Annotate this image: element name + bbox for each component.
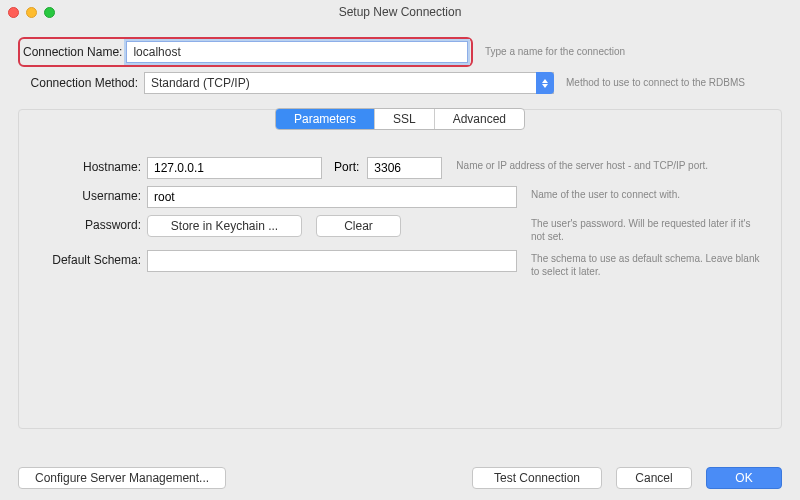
window-title: Setup New Connection — [0, 5, 800, 19]
store-keychain-button[interactable]: Store in Keychain ... — [147, 215, 302, 237]
password-label: Password: — [31, 215, 141, 232]
parameters-panel: Parameters SSL Advanced Hostname: Port: … — [18, 109, 782, 429]
connection-method-hint: Method to use to connect to the RDBMS — [560, 77, 782, 89]
connection-name-highlight: Connection Name: — [18, 37, 473, 67]
default-schema-input[interactable] — [147, 250, 517, 272]
tab-advanced[interactable]: Advanced — [435, 109, 524, 129]
port-label: Port: — [328, 157, 361, 174]
hostname-hint: Name or IP address of the server host - … — [448, 157, 763, 172]
hostname-label: Hostname: — [31, 157, 141, 174]
connection-method-label: Connection Method: — [18, 76, 138, 90]
clear-password-button[interactable]: Clear — [316, 215, 401, 237]
username-input[interactable] — [147, 186, 517, 208]
connection-method-wrap: Standard (TCP/IP) — [144, 72, 554, 94]
tab-ssl[interactable]: SSL — [375, 109, 435, 129]
default-schema-label: Default Schema: — [31, 250, 141, 267]
test-connection-button[interactable]: Test Connection — [472, 467, 602, 489]
connection-name-hint: Type a name for the connection — [479, 46, 782, 58]
configure-server-button[interactable]: Configure Server Management... — [18, 467, 226, 489]
password-hint: The user's password. Will be requested l… — [523, 215, 763, 243]
cancel-button[interactable]: Cancel — [616, 467, 692, 489]
title-bar: Setup New Connection — [0, 0, 800, 24]
connection-method-select[interactable]: Standard (TCP/IP) — [144, 72, 554, 94]
default-schema-hint: The schema to use as default schema. Lea… — [523, 250, 763, 278]
port-input[interactable] — [367, 157, 442, 179]
hostname-input[interactable] — [147, 157, 322, 179]
username-label: Username: — [31, 186, 141, 203]
connection-name-input[interactable] — [126, 41, 468, 63]
connection-name-label: Connection Name: — [23, 45, 126, 59]
username-hint: Name of the user to connect with. — [523, 186, 763, 201]
tab-parameters[interactable]: Parameters — [276, 109, 375, 129]
footer: Configure Server Management... Test Conn… — [18, 467, 782, 489]
ok-button[interactable]: OK — [706, 467, 782, 489]
top-form: Connection Name: Type a name for the con… — [0, 24, 800, 105]
tabs: Parameters SSL Advanced — [19, 108, 781, 130]
